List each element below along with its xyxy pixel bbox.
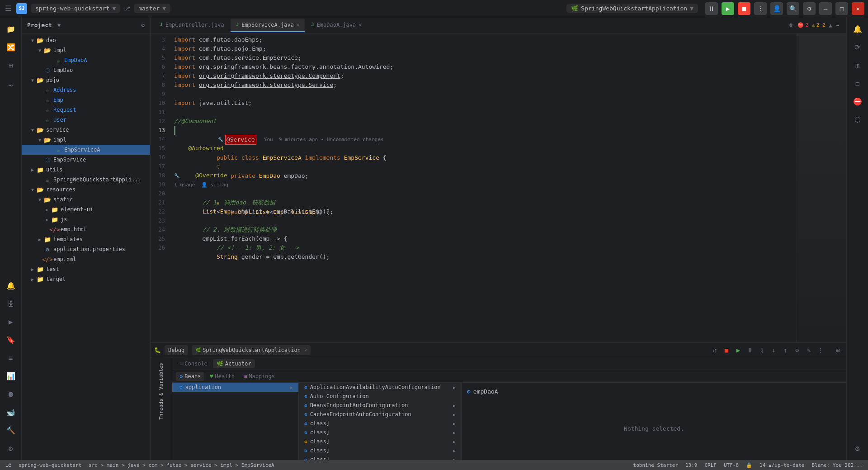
status-plugin[interactable]: tobnine Starter: [633, 462, 678, 468]
right-icon2[interactable]: ◻: [849, 75, 866, 91]
bean-item-application[interactable]: ⚙ application ▶: [172, 383, 298, 392]
threads-variables-label[interactable]: Threads & Variables: [156, 357, 166, 425]
actuator-subtab[interactable]: 🌿 Actuator: [213, 359, 255, 368]
tree-item-empservice[interactable]: ⬡ EmpService: [22, 155, 150, 165]
status-encoding[interactable]: UTF-8: [724, 462, 739, 468]
play-icon[interactable]: ⏺: [3, 386, 19, 402]
right-icon1[interactable]: m: [849, 57, 866, 73]
tree-item-address[interactable]: ☕ Address: [22, 85, 150, 95]
tab-empservicea[interactable]: J EmpServiceA.java ✕: [231, 19, 305, 32]
settings-button[interactable]: ⚙: [803, 2, 816, 15]
mute-breakpoints-button[interactable]: ⊘: [792, 345, 802, 355]
status-blame[interactable]: Blame: You 202...: [811, 462, 863, 468]
step-out-button[interactable]: ↑: [780, 345, 790, 355]
tab-empdaoa[interactable]: J EmpDaoA.java ✕: [306, 19, 367, 32]
console-subtab[interactable]: ≡ Console: [176, 359, 211, 368]
run-debug-icon[interactable]: ▶: [3, 313, 19, 330]
edit-breakpoints-button[interactable]: ✎: [804, 345, 814, 355]
branch-selector[interactable]: master ▼: [134, 4, 170, 13]
step-into-button[interactable]: ↓: [769, 345, 778, 355]
right-bottom-icon[interactable]: ⚙: [849, 440, 866, 456]
restore-layout-button[interactable]: ⊞: [833, 345, 843, 355]
tree-item-utils[interactable]: ▶ 📁 utils: [22, 165, 150, 175]
tree-item-static[interactable]: ▼ 📂 static: [22, 195, 150, 204]
stop-button[interactable]: ■: [738, 2, 750, 15]
stop-debug-button[interactable]: ■: [722, 345, 731, 355]
docker-icon[interactable]: 🐋: [3, 404, 19, 420]
database-icon[interactable]: 🗄: [3, 295, 19, 312]
tree-item-springapp[interactable]: ☕ SpringWebQuickstartAppli...: [22, 175, 150, 185]
user-icon[interactable]: 👤: [770, 2, 783, 15]
status-position[interactable]: 13:9: [685, 462, 698, 468]
structure-icon[interactable]: ⊞: [3, 57, 19, 73]
status-project[interactable]: spring-web-quickstart: [19, 462, 81, 468]
tree-item-pojo[interactable]: ▼ 📂 pojo: [22, 75, 150, 85]
tree-item-element-ui[interactable]: ▶ 📁 element-ui: [22, 204, 150, 214]
tree-item-target[interactable]: ▶ 📁 target: [22, 274, 150, 284]
maximize-button[interactable]: □: [835, 2, 848, 15]
gear-icon[interactable]: ⚙: [141, 22, 145, 28]
rerun-button[interactable]: ↺: [710, 345, 720, 355]
bean-sub-item-class2[interactable]: ⚙ class] ▶: [299, 428, 461, 437]
bean-sub-item-beansendpoint[interactable]: ⚙ BeansEndpointAutoConfiguration ▶: [299, 401, 461, 410]
tree-item-dao[interactable]: ▼ 📂 dao: [22, 35, 150, 45]
notifications-right-icon[interactable]: 🔔: [849, 21, 866, 37]
tree-item-emp[interactable]: ☕ Emp: [22, 95, 150, 105]
tree-item-request[interactable]: ☕ Request: [22, 105, 150, 115]
code-content[interactable]: import com.futao.daoEmps; import com.fut…: [169, 33, 797, 342]
tree-item-dao-impl[interactable]: ▼ 📂 impl: [22, 45, 150, 55]
more-options-button[interactable]: ⋮: [754, 2, 767, 15]
build-icon[interactable]: 🔨: [3, 422, 19, 438]
status-git-icon[interactable]: ⎇: [5, 462, 11, 468]
tree-item-emp-xml[interactable]: </> emp.xml: [22, 254, 150, 264]
tree-item-emp-html[interactable]: </> emp.html: [22, 224, 150, 234]
empdaoa-close-icon[interactable]: ✕: [359, 22, 361, 27]
bean-sub-item-appavail[interactable]: ⚙ ApplicationAvailabilityAutoConfigurati…: [299, 383, 461, 392]
tree-item-service-impl[interactable]: ▼ 📂 impl: [22, 135, 150, 145]
chevron-up-icon[interactable]: ▲: [829, 22, 832, 28]
mappings-subtab[interactable]: ⊞ Mappings: [240, 372, 278, 381]
bean-sub-item-class1[interactable]: ⚙ class] ▶: [299, 419, 461, 428]
eye-icon[interactable]: 👁: [788, 22, 794, 28]
tree-item-user[interactable]: ☕ User: [22, 115, 150, 125]
tree-item-templates[interactable]: ▶ 📁 templates: [22, 234, 150, 244]
search-button[interactable]: 🔍: [787, 2, 799, 15]
debug-session-tab[interactable]: 🌿 SpringWebQuickstartApplication ✕: [192, 345, 311, 355]
more-tabs-icon[interactable]: ⋯: [836, 22, 839, 28]
tab-empcontroller[interactable]: J EmpController.java: [154, 19, 230, 32]
run-button[interactable]: ▶: [722, 2, 734, 15]
minimize-button[interactable]: —: [819, 2, 832, 15]
step-over-button[interactable]: ⤵: [757, 345, 767, 355]
settings2-icon[interactable]: ⚙: [3, 440, 19, 456]
bean-sub-item-autoconfig[interactable]: ⚙ Auto Configuration: [299, 392, 461, 401]
tree-item-service[interactable]: ▼ 📂 service: [22, 125, 150, 135]
project-icon[interactable]: 📁: [3, 21, 19, 37]
right-icon4[interactable]: ⬡: [849, 111, 866, 128]
bean-sub-item-class5[interactable]: ⚙ class] ▶: [299, 455, 461, 460]
vcs-icon[interactable]: 🔀: [3, 39, 19, 55]
status-line-ending[interactable]: CRLF: [704, 462, 717, 468]
status-src-path[interactable]: src > main > java > com > futao > servic…: [89, 462, 274, 468]
tree-item-test[interactable]: ▶ 📁 test: [22, 264, 150, 274]
debug-tab[interactable]: Debug: [165, 345, 188, 355]
close-button[interactable]: ✕: [852, 2, 864, 15]
status-uptodate[interactable]: 14 ▲/up-to-date: [760, 462, 804, 468]
structure2-icon[interactable]: ≡: [3, 350, 19, 366]
tree-item-application-properties[interactable]: ⚙ application.properties: [22, 244, 150, 254]
right-icon3[interactable]: ⛔: [849, 93, 866, 109]
project-selector[interactable]: spring-web-quickstart ▼: [31, 4, 120, 13]
bean-sub-item-class4[interactable]: ⚙ class] ▶: [299, 446, 461, 455]
plugins-icon[interactable]: …: [3, 75, 19, 91]
resume-button[interactable]: ▶: [733, 345, 743, 355]
bean-sub-item-cachesendpoint[interactable]: ⚙ CachesEndpointAutoConfiguration ▶: [299, 410, 461, 419]
tree-item-empservicea[interactable]: ☕ EmpServiceA: [22, 145, 150, 155]
beans-subtab[interactable]: ⚙ Beans: [176, 372, 204, 381]
empservicea-close-icon[interactable]: ✕: [297, 22, 299, 27]
hamburger-icon[interactable]: ☰: [4, 4, 13, 13]
profiler-icon[interactable]: 📊: [3, 368, 19, 384]
bookmark-icon[interactable]: 🔖: [3, 332, 19, 348]
tree-item-empdaoa[interactable]: ☕ EmpDaoA: [22, 55, 150, 65]
tree-item-resources[interactable]: ▼ 📂 resources: [22, 185, 150, 195]
tree-item-empdao[interactable]: ⬡ EmpDao: [22, 65, 150, 75]
pause-debug-button[interactable]: ⏸: [745, 345, 755, 355]
